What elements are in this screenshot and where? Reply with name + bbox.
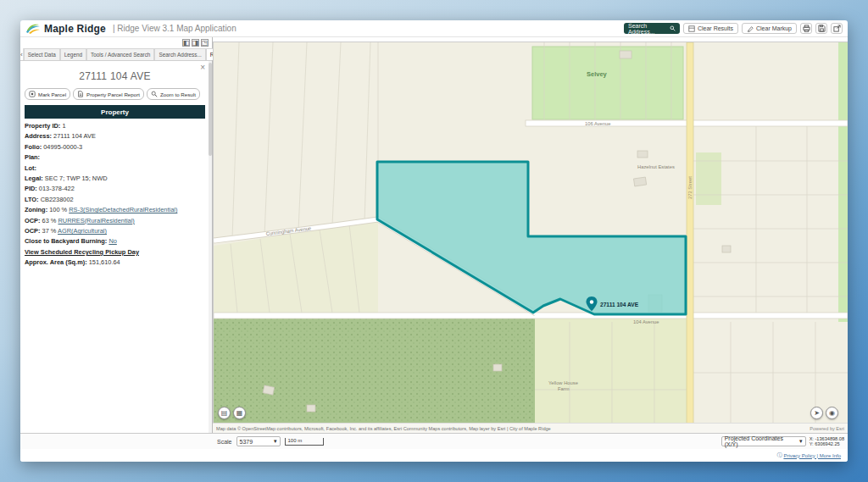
clear-results-icon (688, 25, 695, 32)
property-parcel-report-label: Property Parcel Report (86, 91, 140, 97)
maple-ridge-logo-icon (25, 23, 41, 35)
map-label-yellow-house: Yellow House (548, 380, 578, 385)
info-icon: ⓘ (776, 452, 782, 459)
panel-layout-icon-2[interactable]: ◨ (192, 39, 199, 47)
overview-map-icon: ▦ (236, 409, 243, 417)
chevron-down-icon: ▾ (274, 438, 277, 445)
app-window: Maple Ridge | Ridge View 3.1 Map Applica… (20, 20, 848, 462)
clear-markup-button[interactable]: Clear Markup (742, 23, 797, 34)
basemap-gallery-button[interactable]: ▤ (218, 407, 231, 419)
clear-results-button[interactable]: Clear Results (683, 23, 738, 34)
coordinate-mode-value: Projected Coordinates (X/Y) (725, 435, 794, 447)
basemap-icon: ▤ (221, 409, 228, 417)
map-column: Selvey 106 Avenue 104 Avenue 272 Street … (213, 37, 848, 433)
zoom-to-result-icon (151, 91, 158, 97)
field-legal: Legal: SEC 7; TWP 15; NWD (25, 174, 205, 184)
field-zoning: Zoning: 100 % RS-3(SingleDetachedRuralRe… (25, 205, 205, 215)
overview-map-button[interactable]: ▦ (233, 407, 246, 419)
clear-results-label: Clear Results (698, 25, 733, 31)
tab-select-data[interactable]: Select Data (24, 48, 60, 60)
ocp-rurres-link[interactable]: RURRES(RuralResidential) (58, 217, 134, 224)
mark-parcel-button[interactable]: Mark Parcel (25, 88, 70, 100)
map-label-104-avenue: 104 Avenue (633, 319, 659, 324)
map-attribution-bar: Map data © OpenStreetMap contributors, M… (213, 423, 848, 433)
map-label-272-street: 272 Street (687, 176, 693, 199)
window-footer: ⓘ Privacy Policy | More Info (20, 449, 848, 462)
field-folio: Folio: 04995-0000-3 (25, 142, 205, 152)
field-pid: PID: 013-378-422 (25, 184, 205, 194)
property-section-header: Property (25, 105, 205, 119)
attribution-text: Map data © OpenStreetMap contributors, M… (216, 426, 551, 431)
scalebar: 100 m (285, 438, 324, 446)
close-results-icon[interactable]: × (200, 64, 205, 72)
map-canvas[interactable]: Selvey 106 Avenue 104 Avenue 272 Street … (214, 42, 848, 423)
tab-search-address[interactable]: Search Address... (154, 48, 205, 60)
cursor-coordinates: X: -13634898.08 Y: 6306942.25 (810, 436, 844, 447)
panel-layout-icon-1[interactable]: ◧ (182, 39, 190, 47)
save-icon (818, 25, 826, 32)
clear-markup-icon (747, 25, 754, 32)
privacy-policy-link[interactable]: Privacy Policy | More Info (783, 453, 841, 458)
brand-logo: Maple Ridge (25, 23, 106, 35)
save-button[interactable] (815, 23, 827, 34)
result-title: 27111 104 AVE (25, 70, 205, 82)
print-button[interactable] (800, 23, 812, 34)
backyard-burning-link[interactable]: No (108, 237, 116, 245)
coordinate-y: Y: 6306942.25 (810, 441, 844, 446)
field-plan: Plan: (25, 152, 205, 163)
chevron-down-icon: ▾ (799, 438, 803, 445)
tab-tools-advanced-search[interactable]: Tools / Advanced Search (86, 48, 154, 60)
scale-select[interactable]: 5379▾ (236, 436, 281, 446)
field-lot: Lot: (25, 163, 205, 174)
marker-label: 27111 104 AVE (600, 302, 639, 307)
panel-layout-icon-3[interactable]: ◳ (201, 39, 209, 47)
zoom-to-result-label: Zoom to Result (160, 91, 196, 97)
scalebar-text: 100 m (288, 438, 303, 443)
property-parcel-report-button[interactable]: Property Parcel Report (73, 88, 144, 100)
app-title: | Ridge View 3.1 Map Application (113, 24, 236, 33)
zoom-to-result-button[interactable]: Zoom to Result (147, 88, 200, 100)
field-backyard-burning: Close to Backyard Burning: No (25, 236, 205, 247)
app-header: Maple Ridge | Ridge View 3.1 Map Applica… (20, 20, 848, 37)
ocp-agr-link[interactable]: AGR(Agricultural) (58, 227, 107, 235)
share-button[interactable] (831, 23, 843, 34)
search-icon (670, 25, 676, 32)
share-icon (833, 25, 841, 32)
map-label-farm: Farm (558, 386, 570, 391)
report-icon (77, 91, 84, 97)
map-label-selvey: Selvey (587, 70, 608, 78)
brand-name: Maple Ridge (44, 23, 106, 35)
powered-by-esri: Powered by Esri (810, 426, 844, 431)
results-panel: × 27111 104 AVE Mark Parcel (20, 61, 212, 433)
search-address-input[interactable]: Search Address... (624, 23, 680, 34)
locate-crosshair-icon: ◉ (829, 409, 835, 417)
results-scrollbar-thumb[interactable] (209, 63, 212, 156)
scale-label: Scale (217, 439, 232, 445)
field-area: Approx. Area (Sq.m): 151,610.64 (25, 258, 205, 268)
mark-parcel-icon (29, 91, 36, 97)
coordinate-mode-select[interactable]: Projected Coordinates (X/Y)▾ (721, 436, 806, 446)
scale-value: 5379 (240, 439, 253, 445)
zoning-link[interactable]: RS-3(SingleDetachedRuralResidential) (69, 206, 177, 213)
pan-mode-button[interactable]: ➤ (810, 407, 823, 419)
pan-arrow-icon: ➤ (814, 409, 820, 417)
field-property-id: Property ID: 1 (25, 121, 205, 131)
panel-tabs: ‹ Select Data Legend Tools / Advanced Se… (20, 48, 212, 61)
status-bar: Scale 5379▾ 100 m Projected Coordinates … (20, 433, 848, 449)
field-recycling: View Scheduled Recycling Pickup Day (25, 247, 205, 258)
field-lto: LTO: CB2238002 (25, 195, 205, 205)
field-address: Address: 27111 104 AVE (25, 131, 205, 141)
clear-markup-label: Clear Markup (756, 25, 792, 31)
find-location-button[interactable]: ◉ (826, 407, 838, 419)
search-placeholder: Search Address... (628, 23, 665, 35)
tab-legend[interactable]: Legend (60, 48, 86, 60)
results-scrollbar[interactable] (209, 61, 212, 433)
field-ocp-1: OCP: 63 % RURRES(RuralResidential) (25, 216, 205, 226)
print-icon (803, 25, 810, 32)
map-label-106-avenue: 106 Avenue (585, 121, 611, 126)
recycling-pickup-link[interactable]: View Scheduled Recycling Pickup Day (25, 248, 139, 256)
field-ocp-2: OCP: 37 % AGR(Agricultural) (25, 226, 205, 236)
left-panel: ◧ ◨ ◳ ‹ Select Data Legend Tools / Advan… (20, 37, 213, 433)
mark-parcel-label: Mark Parcel (38, 91, 66, 97)
map-label-hazelnut-estates: Hazelnut Estates (637, 164, 675, 169)
